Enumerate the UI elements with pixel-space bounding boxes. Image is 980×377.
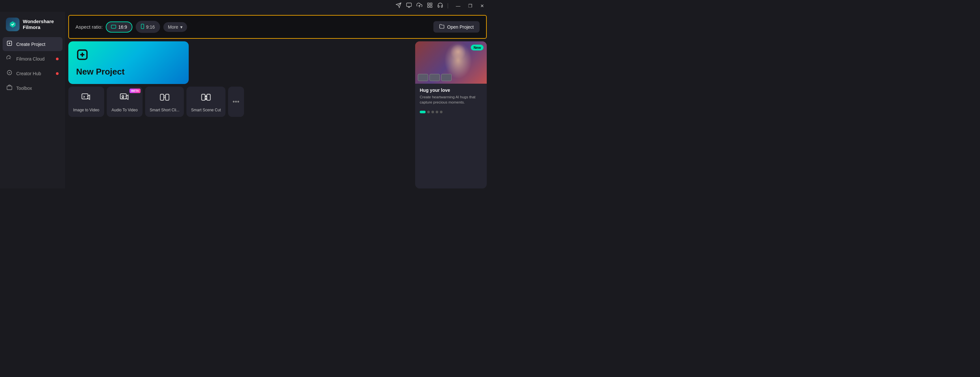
feature-card: New Hug your love Create heartwarming AI… <box>415 42 487 188</box>
aspect-ratio-16-9-button[interactable]: 16:9 <box>106 21 132 32</box>
send-icon[interactable] <box>396 2 401 10</box>
feature-image: New <box>415 42 487 84</box>
creator-hub-icon <box>6 70 12 77</box>
app-name: Wondershare Filmora <box>23 19 54 30</box>
sidebar-nav: Create Project Filmora Cloud Creator Hub <box>0 37 65 95</box>
create-project-label: Create Project <box>16 42 45 47</box>
open-project-button[interactable]: Open Project <box>433 21 480 32</box>
tool-smart-short-clip[interactable]: Smart Short Cli... <box>145 86 184 117</box>
smart-scene-cut-label: Smart Scene Cut <box>191 108 221 112</box>
close-button[interactable]: ✕ <box>478 3 486 9</box>
aspect-ratio-9-16-button[interactable]: 9:16 <box>136 21 160 33</box>
screen-icon[interactable] <box>406 2 412 10</box>
titlebar: — ❐ ✕ <box>0 0 490 12</box>
smart-scene-cut-icon <box>201 93 211 105</box>
feature-title: Hug your love <box>420 88 482 93</box>
sidebar-item-filmora-cloud[interactable]: Filmora Cloud <box>3 52 62 66</box>
svg-point-25 <box>205 96 207 97</box>
svg-rect-12 <box>141 24 144 29</box>
titlebar-divider <box>448 3 448 8</box>
image-to-video-label: Image to Video <box>73 108 100 112</box>
svg-rect-5 <box>430 6 432 8</box>
svg-rect-20 <box>165 94 169 100</box>
aspect-ratio-label: Aspect ratio: <box>75 24 102 30</box>
filmora-cloud-dot <box>56 58 59 60</box>
more-tools-button[interactable]: ••• <box>228 86 244 117</box>
creator-hub-label: Creator Hub <box>16 71 41 76</box>
audio-to-video-icon <box>119 93 130 105</box>
ellipsis-icon: ••• <box>233 98 239 105</box>
svg-rect-10 <box>7 86 12 89</box>
new-project-card[interactable]: New Project <box>68 42 189 84</box>
new-badge: New <box>471 45 484 51</box>
svg-rect-3 <box>430 3 432 5</box>
feature-info: Hug your love Create heartwarming AI hug… <box>415 84 487 109</box>
dot-1[interactable] <box>420 111 426 113</box>
sidebar: Wondershare Filmora Create Project Filmo… <box>0 12 65 188</box>
new-project-label: New Project <box>76 67 181 77</box>
left-section: New Project Image to Video BETA <box>68 42 411 188</box>
aspect-ratio-bar: Aspect ratio: 16:9 9:16 More ▾ <box>68 15 487 39</box>
beta-badge: BETA <box>129 89 140 93</box>
dot-2[interactable] <box>427 111 430 113</box>
chevron-down-icon: ▾ <box>180 24 183 30</box>
svg-rect-24 <box>207 94 210 100</box>
dot-3[interactable] <box>431 111 434 113</box>
svg-rect-19 <box>160 94 164 100</box>
svg-rect-2 <box>428 3 429 5</box>
folder-icon <box>439 24 444 30</box>
feature-dots <box>415 109 487 117</box>
sidebar-item-creator-hub[interactable]: Creator Hub <box>3 66 62 80</box>
sidebar-item-toolbox[interactable]: Toolbox <box>3 81 62 95</box>
content-area: Aspect ratio: 16:9 9:16 More ▾ <box>65 12 490 188</box>
feature-thumb-1 <box>418 74 428 81</box>
landscape-icon <box>111 24 116 30</box>
titlebar-controls: — ❐ ✕ <box>454 3 486 9</box>
headset-icon[interactable] <box>437 2 443 10</box>
dot-4[interactable] <box>436 111 438 113</box>
filmora-cloud-label: Filmora Cloud <box>16 56 45 62</box>
titlebar-icons: — ❐ ✕ <box>396 2 486 10</box>
tools-row: Image to Video BETA Audio To Video Sma <box>68 86 411 117</box>
svg-rect-23 <box>202 94 205 100</box>
project-grid: New Project Image to Video BETA <box>65 42 490 188</box>
svg-rect-11 <box>111 25 116 28</box>
aspect-ratio-section: Aspect ratio: 16:9 9:16 More ▾ <box>75 21 187 33</box>
svg-point-18 <box>122 95 124 97</box>
image-to-video-icon <box>81 93 91 105</box>
main-layout: Wondershare Filmora Create Project Filmo… <box>0 12 490 188</box>
toolbox-icon <box>6 84 12 92</box>
app-logo <box>6 18 19 31</box>
svg-point-26 <box>205 98 207 100</box>
svg-rect-4 <box>428 6 429 8</box>
cloud-icon <box>6 55 12 62</box>
smart-short-clip-label: Smart Short Cli... <box>150 108 179 112</box>
new-project-icon <box>76 48 181 64</box>
create-project-icon <box>6 40 12 48</box>
svg-rect-0 <box>407 3 412 6</box>
portrait-icon <box>141 24 144 30</box>
grid-icon[interactable] <box>427 2 433 10</box>
sidebar-item-create-project[interactable]: Create Project <box>3 37 62 51</box>
tool-audio-to-video[interactable]: BETA Audio To Video <box>107 86 143 117</box>
tool-image-to-video[interactable]: Image to Video <box>68 86 104 117</box>
feature-desc: Create heartwarming AI hugs that capture… <box>420 94 482 105</box>
restore-button[interactable]: ❐ <box>466 3 474 9</box>
audio-to-video-label: Audio To Video <box>111 108 138 112</box>
toolbox-label: Toolbox <box>16 86 32 91</box>
more-button[interactable]: More ▾ <box>163 22 187 32</box>
feature-thumb-2 <box>430 74 440 81</box>
creator-hub-dot <box>56 72 59 75</box>
logo-area: Wondershare Filmora <box>0 16 65 37</box>
feature-thumbnails <box>418 74 452 81</box>
dot-5[interactable] <box>440 111 442 113</box>
cloud-upload-icon[interactable] <box>417 2 422 10</box>
minimize-button[interactable]: — <box>454 3 462 9</box>
tool-smart-scene-cut[interactable]: Smart Scene Cut <box>186 86 225 117</box>
feature-thumb-3 <box>441 74 452 81</box>
smart-short-clip-icon <box>159 93 170 105</box>
